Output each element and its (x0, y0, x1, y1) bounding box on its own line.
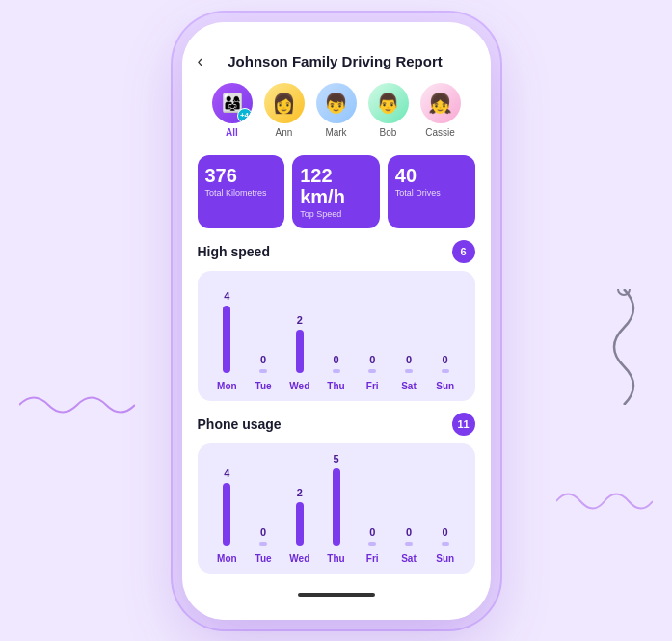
bar-visual (442, 369, 449, 373)
day-label-fri: Fri (354, 553, 390, 564)
bar-value: 5 (333, 453, 338, 465)
bar-visual (368, 369, 376, 373)
bar-visual (368, 542, 376, 546)
bar-visual (405, 369, 413, 373)
avatar-cassie: 👧 (420, 83, 461, 123)
bar-value: 4 (224, 290, 229, 302)
phone-frame: ‹ Johnson Family Driving Report 👨‍👩‍👧 +4… (182, 22, 491, 620)
phone-usage-chart: 4025000 MonTueWedThuFriSatSun (198, 443, 475, 574)
bar-value: 0 (406, 526, 412, 538)
avatar-label-ann: Ann (276, 127, 293, 138)
phone-usage-section: Phone usage 11 4025000 MonTueWedThuFriSa… (182, 413, 491, 585)
avatar-bob: 👨 (368, 83, 409, 123)
bar-value: 0 (260, 354, 266, 365)
bar-value: 0 (369, 526, 375, 538)
day-label-wed: Wed (282, 381, 318, 391)
stat-label-speed: Top Speed (300, 209, 372, 220)
bar-col-thu: 0 (318, 354, 355, 373)
phone-usage-badge: 11 (452, 413, 475, 436)
bar-col-sat: 0 (390, 526, 427, 546)
bar-visual (259, 369, 267, 373)
high-speed-title: High speed (198, 244, 270, 259)
avatar-item-bob[interactable]: 👨 Bob (368, 83, 409, 138)
bar-visual (223, 306, 230, 373)
avatar-item-all[interactable]: 👨‍👩‍👧 +4 All (212, 83, 253, 138)
day-label-mon: Mon (209, 553, 246, 564)
day-label-wed: Wed (282, 553, 318, 564)
bar-col-wed: 2 (282, 487, 318, 546)
bar-col-fri: 0 (354, 526, 390, 546)
avatar-ann: 👩 (264, 83, 305, 123)
high-speed-badge: 6 (452, 240, 475, 263)
bar-visual (259, 542, 267, 546)
bar-col-fri: 0 (354, 354, 390, 373)
high-speed-days: MonTueWedThuFriSatSun (209, 381, 464, 391)
phone-notch (288, 22, 385, 43)
stat-card-kilometres: 376 Total Kilometres (198, 155, 285, 229)
page-title: Johnson Family Driving Report (211, 53, 460, 69)
bar-value: 2 (297, 314, 303, 326)
phone-usage-bars: 4025000 (209, 459, 464, 546)
phone-wrapper: ‹ Johnson Family Driving Report 👨‍👩‍👧 +4… (0, 0, 672, 641)
squiggle-right-decoration (585, 289, 662, 405)
day-label-mon: Mon (209, 381, 246, 391)
stat-value-speed: 122 km/h (300, 165, 372, 207)
avatar-label-bob: Bob (380, 127, 397, 138)
bar-visual (296, 502, 304, 546)
squiggle-left-decoration (19, 386, 135, 424)
bar-col-tue: 0 (245, 354, 282, 373)
bar-visual (333, 468, 340, 546)
stat-value-drives: 40 (395, 165, 468, 186)
avatar-item-cassie[interactable]: 👧 Cassie (420, 83, 461, 138)
day-label-thu: Thu (318, 381, 355, 391)
phone-usage-days: MonTueWedThuFriSatSun (209, 553, 464, 564)
high-speed-header: High speed 6 (198, 240, 475, 263)
high-speed-chart: 4020000 MonTueWedThuFriSatSun (198, 271, 475, 401)
avatar-all: 👨‍👩‍👧 +4 (212, 83, 253, 123)
day-label-sat: Sat (390, 381, 427, 391)
bar-col-mon: 4 (209, 467, 246, 546)
bar-col-sun: 0 (427, 354, 464, 373)
stat-label-drives: Total Drives (395, 188, 468, 199)
day-label-tue: Tue (245, 553, 282, 564)
avatar-plus-badge: +4 (237, 108, 253, 123)
bar-value: 0 (443, 526, 448, 538)
avatar-label-all: All (226, 127, 238, 138)
squiggle-right2-decoration (556, 482, 653, 521)
phone-screen[interactable]: ‹ Johnson Family Driving Report 👨‍👩‍👧 +4… (182, 22, 491, 620)
avatar-item-ann[interactable]: 👩 Ann (264, 83, 305, 138)
high-speed-bars: 4020000 (209, 286, 464, 373)
bar-value: 0 (443, 354, 448, 365)
bar-value: 0 (406, 354, 412, 365)
bar-value: 0 (260, 526, 266, 538)
day-label-thu: Thu (318, 553, 355, 564)
day-label-sun: Sun (427, 381, 464, 391)
bar-visual (442, 542, 449, 546)
avatar-label-mark: Mark (325, 127, 346, 138)
bar-col-sat: 0 (390, 354, 427, 373)
bar-value: 0 (333, 354, 338, 365)
day-label-fri: Fri (354, 381, 390, 391)
stat-label-kilometres: Total Kilometres (205, 188, 278, 199)
avatar-item-mark[interactable]: 👦 Mark (316, 83, 357, 138)
phone-usage-title: Phone usage (198, 416, 282, 432)
bar-visual (296, 330, 304, 373)
day-label-sun: Sun (427, 553, 464, 564)
bar-col-mon: 4 (209, 290, 246, 373)
avatar-mark: 👦 (316, 83, 357, 123)
day-label-tue: Tue (245, 381, 282, 391)
back-button[interactable]: ‹ (198, 51, 203, 71)
stat-value-kilometres: 376 (205, 165, 278, 186)
stat-card-speed: 122 km/h Top Speed (292, 155, 380, 229)
avatar-label-cassie: Cassie (425, 127, 455, 138)
bar-visual (223, 483, 230, 546)
bar-col-sun: 0 (427, 526, 464, 546)
avatars-row: 👨‍👩‍👧 +4 All 👩 Ann 👦 Mark 👨 (182, 83, 491, 144)
stat-card-drives: 40 Total Drives (388, 155, 475, 229)
bar-value: 0 (369, 354, 375, 365)
stats-row: 376 Total Kilometres 122 km/h Top Speed … (182, 144, 491, 241)
bar-col-wed: 2 (282, 314, 318, 373)
high-speed-section: High speed 6 4020000 MonTueWedThuFriSatS… (182, 240, 491, 413)
bar-visual (405, 542, 413, 546)
bar-col-tue: 0 (245, 526, 282, 546)
